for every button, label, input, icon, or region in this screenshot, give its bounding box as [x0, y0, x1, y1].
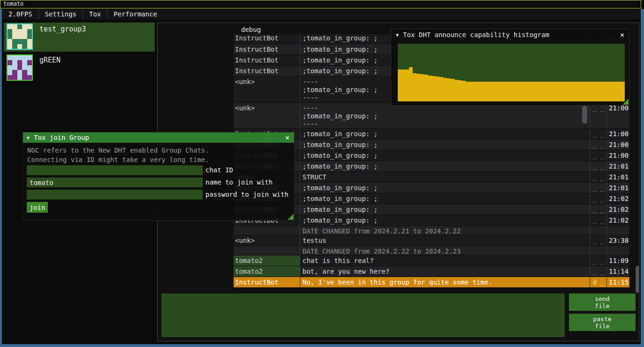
menu-item-2-0fps[interactable]: 2.0FPS	[2, 9, 39, 19]
message-status: d _	[590, 277, 606, 287]
message-row[interactable]: tomato2bot, are you new here?_ _11:14	[234, 266, 629, 277]
message-time: 23:38	[606, 235, 629, 246]
histogram-bin	[606, 82, 609, 101]
message-text: ;tomato_in_group: ;	[300, 183, 590, 193]
window-edge-left[interactable]	[0, 9, 2, 347]
collapse-arrow-icon[interactable]: ▼	[396, 32, 399, 38]
message-time: 21:02	[606, 193, 629, 204]
group-item-test_group3[interactable]: test_group3	[4, 23, 155, 52]
send-file-button[interactable]: send file	[569, 293, 636, 311]
date-changed-row[interactable]: DATE CHANGED from 2024.2.21 to 2024.2.22	[234, 226, 629, 235]
resize-grip-icon[interactable]	[622, 99, 629, 105]
message-text: ;tomato_in_group: ;	[300, 129, 590, 139]
histogram-bin	[583, 82, 587, 101]
join-name-input[interactable]	[27, 177, 203, 187]
paste-file-button[interactable]: paste file	[569, 314, 636, 331]
date-changed-row[interactable]: DATE CHANGED from 2024.2.22 to 2024.2.23	[234, 246, 629, 255]
histogram-window-title: Tox DHT announce capability histogram	[403, 31, 549, 39]
message-row[interactable]: <unk>---- ;tomato_in_group: ; ----_ _21:…	[234, 103, 629, 129]
sender-name: <unk>	[234, 235, 300, 246]
histogram-bin	[541, 82, 545, 101]
join-button[interactable]: join	[27, 202, 48, 213]
window-edge-right[interactable]	[641, 9, 644, 347]
histogram-bin	[436, 77, 439, 101]
message-status: _ _	[590, 193, 606, 204]
window-scrollbar-thumb[interactable]	[636, 266, 639, 293]
histogram-bin	[477, 82, 481, 101]
message-status: _ _	[590, 172, 606, 182]
join-password-label: password to join with	[205, 190, 288, 200]
histogram-bin	[598, 82, 602, 101]
histogram-bin	[602, 82, 606, 101]
histogram-bin	[409, 67, 413, 101]
message-row[interactable]: InstructBotNo, I've been in this group f…	[234, 277, 629, 288]
message-text: ;tomato_in_group: ;	[300, 161, 590, 171]
close-icon[interactable]: ✕	[618, 31, 627, 39]
histogram-bin	[545, 82, 549, 101]
histogram-bin	[451, 79, 455, 101]
menu-item-settings[interactable]: Settings	[39, 9, 83, 19]
resize-grip-icon[interactable]	[288, 214, 294, 220]
join-name-label: name to join with	[205, 177, 273, 187]
window-edge-bottom[interactable]	[0, 344, 644, 347]
histogram-bin	[470, 82, 473, 101]
message-row[interactable]: <unk>testus_ _23:38	[234, 235, 629, 246]
sender-name: InstructBot	[234, 33, 300, 44]
join-password-field-row: password to join with	[27, 190, 291, 200]
histogram-bin	[594, 82, 598, 101]
histogram-window-titlebar[interactable]: ▼ Tox DHT announce capability histogram	[391, 29, 629, 40]
group-avatar	[7, 54, 33, 81]
message-status: _ _	[590, 255, 606, 266]
histogram-bin	[496, 82, 500, 101]
chat-scrollbar-thumb[interactable]	[582, 106, 587, 123]
histogram-bin	[428, 76, 432, 101]
close-icon[interactable]: ✕	[283, 133, 292, 142]
histogram-plot	[398, 44, 625, 101]
histogram-bin	[447, 78, 451, 101]
menu-item-tox[interactable]: Tox	[83, 9, 107, 19]
message-input[interactable]	[161, 293, 565, 337]
message-time	[606, 226, 629, 235]
histogram-bin	[508, 82, 511, 101]
join-group-window: ▼ Tox join Group ✕ NGC refers to the New…	[23, 132, 295, 221]
message-text: ---- ;tomato_in_group: ; ----	[300, 103, 590, 128]
histogram-bin	[417, 74, 420, 101]
message-status: _ _	[590, 215, 606, 225]
message-text: chat is this real?	[300, 255, 590, 266]
sender-name: tomato2	[234, 266, 300, 277]
histogram-bin	[591, 82, 594, 101]
histogram-bin	[515, 82, 519, 101]
menu-item-performance[interactable]: Performance	[107, 9, 163, 19]
message-status: _ _	[590, 129, 606, 139]
message-text: ;tomato_in_group: ;	[300, 215, 590, 225]
chat-id-field-row: chat ID	[27, 165, 291, 175]
join-note-line1: NGC refers to the New DHT enabled Group …	[27, 147, 209, 154]
histogram-bin	[617, 82, 621, 101]
message-row[interactable]: tomato2chat is this real?_ _11:09	[234, 255, 629, 266]
group-item-green[interactable]: gREEN	[4, 54, 155, 80]
histogram-bin	[614, 82, 617, 101]
join-name-field-row: name to join with	[27, 177, 291, 187]
histogram-bin	[458, 80, 462, 101]
join-password-input[interactable]	[27, 190, 203, 200]
window-titlebar[interactable]: tomato	[0, 0, 641, 8]
collapse-arrow-icon[interactable]: ▼	[27, 135, 30, 140]
histogram-bin	[511, 82, 515, 101]
chat-id-label: chat ID	[205, 165, 233, 175]
sender-name: InstructBot	[234, 55, 300, 65]
message-time	[606, 246, 629, 255]
join-note-line2: Connecting via ID might take a very long…	[27, 156, 209, 163]
histogram-bin	[500, 82, 504, 101]
histogram-bin	[473, 82, 477, 101]
join-window-titlebar[interactable]: ▼ Tox join Group	[23, 132, 294, 143]
histogram-bin	[530, 82, 534, 101]
histogram-bin	[466, 82, 470, 101]
chat-id-input[interactable]	[27, 165, 203, 175]
message-time: 21:00	[606, 103, 629, 128]
message-status: _ _	[590, 150, 606, 161]
message-time: 21:02	[606, 204, 629, 215]
histogram-bin	[610, 82, 614, 101]
histogram-bin	[572, 82, 576, 101]
histogram-bin	[561, 82, 564, 101]
sender-name: <unk>	[234, 77, 300, 102]
